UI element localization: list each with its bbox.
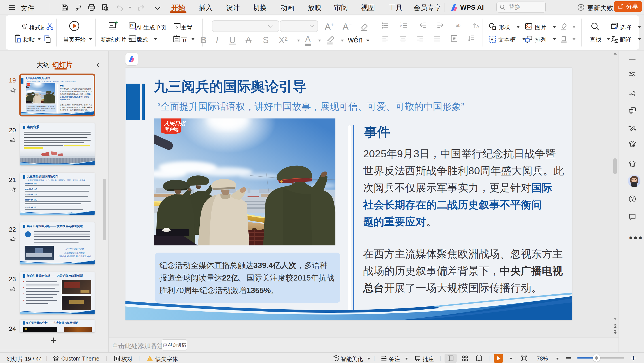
- svg-text:客户端: 客户端: [164, 127, 179, 132]
- svg-text:A: A: [490, 37, 494, 42]
- svg-text:A: A: [476, 24, 479, 29]
- svg-text:P: P: [130, 23, 133, 28]
- svg-text:2: 2: [400, 24, 402, 27]
- svg-text:人民日报: 人民日报: [164, 120, 186, 126]
- svg-text:ab: ab: [456, 23, 460, 28]
- svg-text:客户端: 客户端: [27, 85, 30, 86]
- svg-text:1: 1: [400, 22, 402, 24]
